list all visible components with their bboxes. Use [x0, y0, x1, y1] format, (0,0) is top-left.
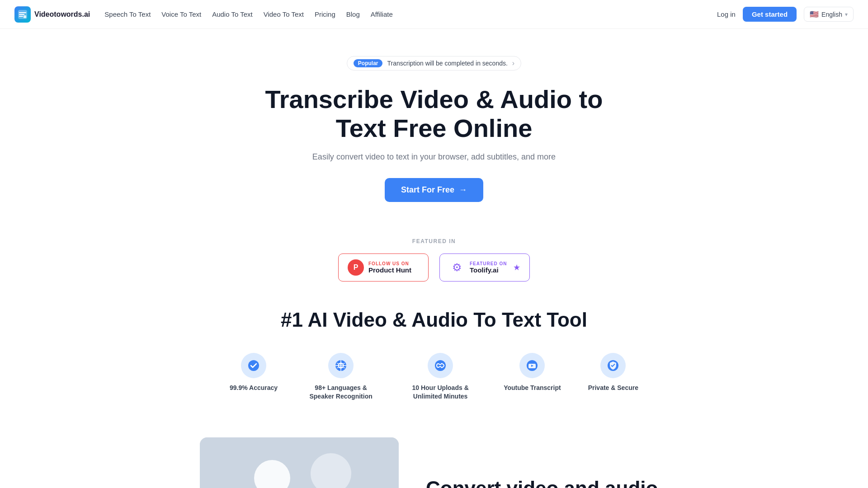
uploads-icon-circle: [428, 353, 453, 378]
private-label: Private & Secure: [588, 384, 638, 393]
logo-icon: [14, 6, 31, 23]
private-icon-circle: [600, 353, 626, 378]
toolify-text: FEATURED ON Toolify.ai: [470, 261, 509, 274]
youtube-icon-circle: [519, 353, 545, 378]
languages-label: 98+ Languages & Speaker Recognition: [305, 384, 377, 401]
featured-label: FEATURED IN: [9, 238, 859, 244]
bottom-section: Convert video and audio to text in secon…: [185, 419, 683, 488]
languages-icon-circle: [328, 353, 354, 378]
uploads-label: 10 Hour Uploads & Unlimited Minutes: [404, 384, 476, 401]
toolify-icon: ⚙: [449, 259, 465, 276]
hero-badge-text: Transcription will be completed in secon…: [387, 60, 507, 67]
product-hunt-follow: FOLLOW US ON: [368, 261, 411, 266]
nav-video-to-text[interactable]: Video To Text: [264, 10, 304, 18]
toolify-featured-label: FEATURED ON: [470, 261, 509, 266]
start-for-free-label: Start For Free: [401, 185, 454, 195]
popular-badge: Popular: [354, 59, 383, 67]
product-hunt-text: FOLLOW US ON Product Hunt: [368, 261, 411, 274]
nav-affiliate[interactable]: Affiliate: [371, 10, 393, 18]
ai-tool-title: #1 AI Video & Audio To Text Tool: [9, 309, 859, 331]
hero-badge-banner: Popular Transcription will be completed …: [347, 56, 521, 70]
toolify-star-icon: ★: [513, 263, 520, 272]
nav-links: Speech To Text Voice To Text Audio To Te…: [104, 10, 392, 18]
product-hunt-icon: P: [348, 259, 364, 276]
navbar: Videotowords.ai Speech To Text Voice To …: [0, 0, 868, 29]
language-selector[interactable]: 🇺🇸 English ▾: [804, 7, 854, 22]
hero-section: Popular Transcription will be completed …: [231, 29, 637, 220]
nav-speech-to-text[interactable]: Speech To Text: [104, 10, 151, 18]
logo-text: Videotowords.ai: [34, 10, 90, 19]
feature-accuracy: 99.9% Accuracy: [230, 353, 278, 393]
nav-pricing[interactable]: Pricing: [315, 10, 335, 18]
nav-audio-to-text[interactable]: Audio To Text: [212, 10, 253, 18]
nav-right: Log in Get started 🇺🇸 English ▾: [717, 7, 854, 22]
arrow-right-icon: →: [459, 185, 467, 195]
features-row: 99.9% Accuracy 98+ Languages & Speaker R…: [185, 353, 683, 401]
nav-blog[interactable]: Blog: [346, 10, 360, 18]
get-started-button[interactable]: Get started: [743, 7, 797, 22]
hero-subtitle: Easily convert video to text in your bro…: [240, 152, 628, 162]
flag-icon: 🇺🇸: [810, 10, 819, 19]
accuracy-icon-circle: [241, 353, 266, 378]
feature-youtube: Youtube Transcript: [504, 353, 561, 393]
chevron-down-icon: ▾: [845, 11, 848, 18]
toolify-gear-icon: ⚙: [452, 261, 462, 274]
language-label: English: [821, 11, 842, 18]
feature-private: Private & Secure: [588, 353, 638, 393]
youtube-label: Youtube Transcript: [504, 384, 561, 393]
badge-arrow-icon: ›: [512, 59, 514, 67]
feature-uploads: 10 Hour Uploads & Unlimited Minutes: [404, 353, 476, 401]
feature-languages: 98+ Languages & Speaker Recognition: [305, 353, 377, 401]
toolify-badge[interactable]: ⚙ FEATURED ON Toolify.ai ★: [439, 253, 530, 282]
svg-point-2: [248, 360, 259, 371]
toolify-name: Toolify.ai: [470, 266, 509, 274]
logo-link[interactable]: Videotowords.ai: [14, 6, 90, 23]
svg-rect-1: [24, 15, 26, 18]
start-for-free-button[interactable]: Start For Free →: [385, 178, 483, 202]
accuracy-label: 99.9% Accuracy: [230, 384, 278, 393]
login-button[interactable]: Log in: [717, 10, 736, 18]
bottom-text: Convert video and audio to text in secon…: [426, 477, 668, 488]
ai-tool-section: #1 AI Video & Audio To Text Tool 99.9% A…: [0, 300, 868, 419]
featured-section: FEATURED IN P FOLLOW US ON Product Hunt …: [0, 220, 868, 300]
bottom-image: [200, 437, 399, 488]
nav-left: Videotowords.ai Speech To Text Voice To …: [14, 6, 393, 23]
people-silhouette: [200, 437, 399, 488]
bottom-title: Convert video and audio to text in secon…: [426, 477, 668, 488]
hero-title: Transcribe Video & Audio to Text Free On…: [240, 85, 628, 143]
product-hunt-name: Product Hunt: [368, 266, 411, 274]
product-hunt-badge[interactable]: P FOLLOW US ON Product Hunt: [338, 253, 429, 282]
nav-voice-to-text[interactable]: Voice To Text: [161, 10, 201, 18]
featured-badges: P FOLLOW US ON Product Hunt ⚙ FEATURED O…: [9, 253, 859, 282]
